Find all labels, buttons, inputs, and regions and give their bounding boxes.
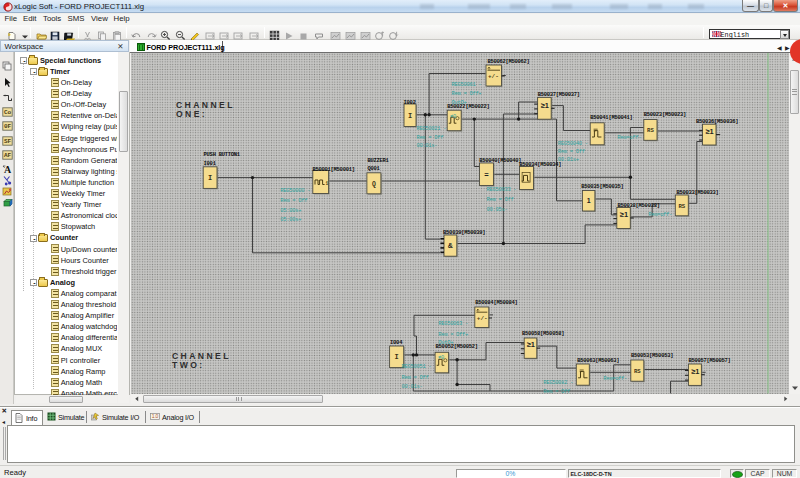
svg-text:Rem = Off: Rem = Off	[487, 197, 514, 203]
svg-text:REG50061 -: REG50061 -	[452, 82, 482, 88]
svg-text:B50053[M50053]: B50053[M50053]	[631, 352, 673, 359]
svg-text:Q: Q	[372, 181, 376, 188]
svg-text:REG50051 -: REG50051 -	[402, 364, 432, 370]
svg-text:Rem=off-: Rem=off-	[648, 212, 672, 218]
svg-text:≥1: ≥1	[527, 340, 535, 349]
svg-text:Rem = Off: Rem = Off	[416, 135, 443, 141]
svg-text:Rem=off-: Rem=off-	[617, 135, 641, 141]
svg-text:PUSH BUTTON1: PUSH BUTTON1	[204, 151, 241, 158]
svg-text:REG50082 -: REG50082 -	[543, 380, 573, 386]
svg-text:RS: RS	[678, 203, 685, 210]
svg-text:B50036[M50036]: B50036[M50036]	[696, 118, 738, 125]
svg-text:B50023[M50023]: B50023[M50023]	[644, 111, 686, 118]
svg-text:REG50040 -: REG50040 -	[558, 141, 588, 147]
svg-text:Rem = Off: Rem = Off	[280, 198, 307, 204]
svg-text:RS: RS	[647, 127, 654, 134]
svg-text:00:05s-: 00:05s-	[487, 207, 508, 213]
svg-text:BUZZER1: BUZZER1	[368, 157, 390, 164]
svg-text:RS: RS	[634, 368, 641, 375]
svg-text:=: =	[484, 171, 489, 179]
svg-text:Rem = Off: Rem = Off	[402, 375, 429, 381]
svg-text:REG50033 -: REG50033 -	[487, 187, 517, 193]
svg-text:B50057[M50057]: B50057[M50057]	[688, 357, 730, 364]
svg-text:I001: I001	[204, 160, 217, 167]
svg-text:OutO+: OutO+	[438, 340, 453, 346]
svg-text:B50001[M50001]: B50001[M50001]	[313, 166, 355, 173]
svg-text:Rem = Off+: Rem = Off+	[452, 91, 482, 97]
svg-text:REG50063 -: REG50063 -	[438, 321, 468, 327]
svg-text:00:01s+: 00:01s+	[558, 157, 579, 163]
svg-text:≠0: ≠0	[438, 355, 444, 361]
svg-text:B50058[M50058]: B50058[M50058]	[522, 330, 564, 337]
svg-text:05:00s+: 05:00s+	[280, 217, 301, 223]
svg-text:00:01s-: 00:01s-	[416, 143, 437, 149]
svg-text:REG50000 -: REG50000 -	[280, 188, 310, 194]
svg-text:I002: I002	[404, 99, 416, 106]
svg-text:≥1: ≥1	[541, 101, 549, 110]
svg-text:00:01s-: 00:01s-	[402, 384, 423, 390]
svg-text:Q001: Q001	[368, 165, 381, 172]
svg-text:B50035[M50035]: B50035[M50035]	[581, 183, 623, 190]
svg-text:&: &	[448, 242, 453, 249]
svg-text:B50037[M50037]: B50037[M50037]	[538, 91, 580, 98]
svg-text:I: I	[408, 112, 412, 120]
svg-text:Rem = Off: Rem = Off	[558, 149, 585, 155]
svg-text:+/-: +/-	[488, 73, 499, 80]
svg-text:1.0: 1.0	[152, 413, 159, 419]
svg-text:B50033[M50033]: B50033[M50033]	[676, 189, 718, 196]
svg-text:1: 1	[325, 181, 328, 186]
svg-text:B50034[M50034]: B50034[M50034]	[519, 161, 561, 168]
svg-text:B50041[M50041]: B50041[M50041]	[590, 114, 632, 121]
svg-text:B50062[M50062]: B50062[M50062]	[487, 58, 529, 65]
svg-text:B50039[M50039]: B50039[M50039]	[443, 229, 485, 236]
svg-text:≥1: ≥1	[620, 210, 628, 219]
svg-text:I: I	[208, 174, 212, 182]
svg-text:I004: I004	[390, 339, 403, 346]
svg-text:05:00s+: 05:00s+	[280, 208, 301, 214]
svg-text:≥1: ≥1	[691, 367, 699, 376]
svg-text:I: I	[395, 353, 399, 361]
svg-text:Rem=off-: Rem=off-	[603, 376, 627, 382]
svg-text:ONE:: ONE:	[176, 109, 207, 119]
svg-text:≠0: ≠0	[450, 114, 456, 120]
svg-text:B50063[M50063]: B50063[M50063]	[577, 357, 619, 364]
svg-text:≥1: ≥1	[706, 127, 714, 136]
svg-text:B50084[M50084]: B50084[M50084]	[475, 299, 517, 306]
svg-text:1: 1	[587, 197, 591, 204]
svg-text:+/-: +/-	[477, 315, 488, 322]
svg-text:OutO+: OutO+	[452, 100, 467, 106]
svg-text:TWO:: TWO:	[172, 360, 205, 370]
svg-text:B50040[M50040]: B50040[M50040]	[479, 157, 521, 164]
svg-text:B50038[M50038]: B50038[M50038]	[618, 202, 660, 209]
svg-text:REG50021 -: REG50021 -	[416, 126, 446, 132]
svg-text:Rem = Off+: Rem = Off+	[438, 332, 468, 338]
